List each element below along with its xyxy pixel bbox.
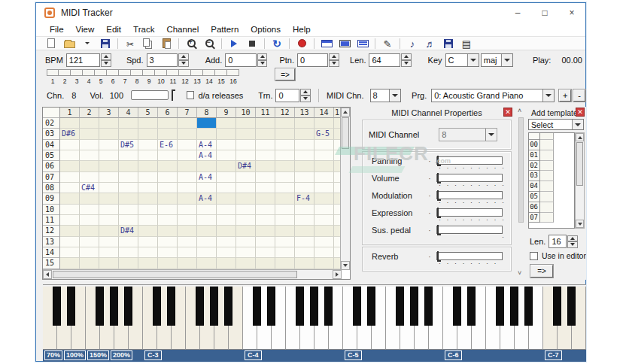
chevron-down-icon[interactable] xyxy=(389,89,400,102)
black-key[interactable] xyxy=(267,287,275,326)
note-cell[interactable] xyxy=(295,215,314,226)
note-cell[interactable] xyxy=(256,129,275,139)
black-key[interactable] xyxy=(110,287,118,326)
use-in-editor-checkbox[interactable] xyxy=(530,252,538,260)
note-cell[interactable] xyxy=(60,183,80,193)
note-cell[interactable] xyxy=(217,258,236,268)
note-cell[interactable] xyxy=(256,150,275,161)
template-cell[interactable] xyxy=(540,202,554,213)
note-cell[interactable] xyxy=(99,247,119,258)
note-cell[interactable] xyxy=(275,150,295,161)
note-cell[interactable] xyxy=(80,118,99,129)
note-cell[interactable]: D#4 xyxy=(119,226,138,236)
note-cell[interactable] xyxy=(256,215,275,226)
pattern-cell-13[interactable] xyxy=(191,69,203,76)
note-cell[interactable] xyxy=(138,140,158,150)
len-stepper[interactable] xyxy=(567,235,578,248)
note-cell[interactable] xyxy=(158,129,178,139)
pattern-cell-6[interactable] xyxy=(107,69,119,76)
black-key[interactable] xyxy=(524,287,533,326)
collapse-up-icon[interactable]: ˄ xyxy=(518,107,521,114)
note-cell[interactable] xyxy=(178,161,197,171)
note-cell[interactable] xyxy=(99,258,119,268)
key-select[interactable]: C xyxy=(445,53,479,67)
note-cell[interactable] xyxy=(295,161,314,171)
scroll-up-button[interactable] xyxy=(576,133,584,141)
note-cell[interactable] xyxy=(99,226,119,236)
note-cell[interactable] xyxy=(178,183,197,193)
black-key[interactable] xyxy=(496,287,504,326)
note-cell[interactable] xyxy=(236,150,256,161)
note-cell[interactable] xyxy=(99,129,119,139)
menu-options[interactable]: Options xyxy=(245,25,287,34)
menu-help[interactable]: Help xyxy=(287,25,317,34)
note-cell[interactable] xyxy=(138,215,158,226)
note-cell[interactable] xyxy=(119,237,138,247)
note-cell[interactable] xyxy=(236,129,256,139)
slider-widget[interactable]: ········ xyxy=(436,252,506,266)
bpm-input[interactable]: 121 xyxy=(66,53,100,67)
note-cell[interactable] xyxy=(60,140,80,150)
menu-file[interactable]: File xyxy=(44,25,70,34)
black-key[interactable] xyxy=(96,287,104,326)
grid-horizontal-scrollbar[interactable] xyxy=(43,269,342,279)
note-cell[interactable] xyxy=(60,247,80,258)
note-cell[interactable] xyxy=(60,226,80,236)
note-cell[interactable] xyxy=(119,205,138,215)
note-cell[interactable] xyxy=(197,183,217,193)
note-cell[interactable] xyxy=(138,129,158,139)
slider-thumb[interactable] xyxy=(437,208,439,218)
note-cell[interactable]: G-5 xyxy=(314,129,334,139)
da-releases-checkbox[interactable] xyxy=(187,91,195,99)
trn-stepper[interactable] xyxy=(300,89,311,102)
note-cell[interactable] xyxy=(275,226,295,236)
note-cell[interactable] xyxy=(99,118,119,129)
note-cell[interactable] xyxy=(80,205,99,215)
copy-button[interactable] xyxy=(139,37,157,50)
slider-thumb[interactable] xyxy=(437,251,439,262)
note-cell[interactable] xyxy=(217,172,236,183)
note-cell[interactable] xyxy=(217,247,236,258)
slider-widget[interactable]: ········· xyxy=(436,208,506,223)
note-cell[interactable] xyxy=(275,258,295,268)
ptn-stepper[interactable] xyxy=(329,53,339,67)
len-stepper[interactable] xyxy=(401,53,412,67)
scroll-thumb[interactable] xyxy=(518,117,524,223)
slider-widget[interactable]: ········· xyxy=(436,191,506,205)
note-cell[interactable] xyxy=(217,226,236,236)
note-cell[interactable] xyxy=(178,140,197,150)
note-cell[interactable] xyxy=(178,205,197,215)
note-cell[interactable] xyxy=(178,226,197,236)
note-cell[interactable] xyxy=(236,205,256,215)
note-cell[interactable] xyxy=(119,183,138,193)
prg-plus-button[interactable]: + xyxy=(559,89,571,102)
black-key[interactable] xyxy=(296,287,304,326)
note-cell[interactable] xyxy=(99,193,119,204)
black-key[interactable] xyxy=(424,287,433,326)
note-cell[interactable] xyxy=(158,161,178,171)
slider-track[interactable] xyxy=(436,156,503,165)
note-cell[interactable] xyxy=(295,247,314,258)
black-key[interactable] xyxy=(153,287,161,326)
panel-screen-button[interactable] xyxy=(336,37,354,50)
ptn-input[interactable]: 0 xyxy=(297,53,328,67)
note-cell[interactable] xyxy=(275,215,295,226)
open-caret-button[interactable] xyxy=(78,37,96,50)
black-key[interactable] xyxy=(410,287,418,326)
note-cell[interactable] xyxy=(80,215,99,226)
note-cell[interactable] xyxy=(275,161,295,171)
note-cell[interactable] xyxy=(158,247,178,258)
note-cell[interactable] xyxy=(60,172,80,183)
slider-thumb[interactable] xyxy=(437,156,439,166)
note-cell[interactable] xyxy=(80,226,99,236)
slider-track[interactable] xyxy=(436,226,503,234)
stop-button[interactable] xyxy=(243,37,261,50)
record-button[interactable] xyxy=(293,37,311,50)
note-cell[interactable] xyxy=(275,118,295,129)
note-cell[interactable] xyxy=(80,150,99,161)
spd-input[interactable]: 3 xyxy=(147,53,178,67)
template-row[interactable]: 05 xyxy=(529,192,574,202)
note-cell[interactable] xyxy=(80,193,99,204)
note-cell[interactable] xyxy=(60,237,80,247)
note-cell[interactable] xyxy=(60,150,80,161)
